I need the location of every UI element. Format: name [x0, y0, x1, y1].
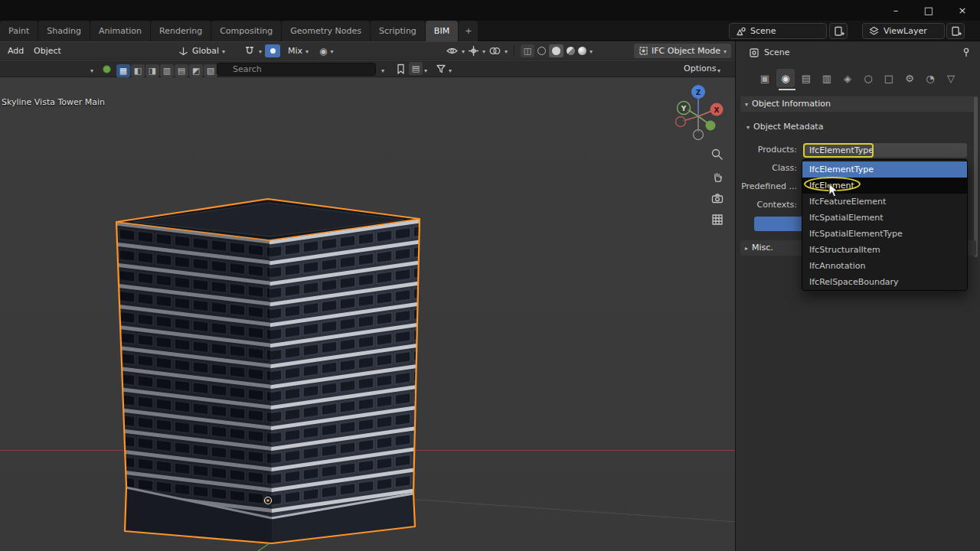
- close-button[interactable]: ×: [951, 0, 974, 21]
- chevron-down-icon[interactable]: [717, 65, 720, 75]
- workspace-tab-shading[interactable]: Shading: [38, 21, 90, 41]
- new-scene-button[interactable]: [829, 23, 848, 39]
- search-input[interactable]: [217, 63, 376, 76]
- building-model[interactable]: [100, 190, 436, 551]
- output-properties-icon[interactable]: ▤: [797, 69, 815, 87]
- add-workspace-button[interactable]: +: [459, 21, 478, 41]
- add-menu[interactable]: Add: [5, 42, 27, 60]
- chevron-down-icon[interactable]: [259, 46, 262, 56]
- y-axis-line: [258, 543, 270, 551]
- pan-hand-icon[interactable]: [710, 170, 724, 184]
- chevron-down-icon[interactable]: [424, 65, 427, 75]
- viewlayer-selector[interactable]: ViewLayer: [862, 23, 945, 39]
- chevron-down-icon[interactable]: [305, 46, 309, 56]
- workspace-tab-bim[interactable]: BIM: [426, 21, 458, 41]
- tool-properties-icon[interactable]: ▣: [756, 69, 774, 87]
- chevron-down-icon[interactable]: [90, 65, 93, 75]
- 3d-viewport[interactable]: Skyline Vista Tower Main: [0, 77, 735, 551]
- scene-properties-icon[interactable]: ◈: [838, 69, 857, 87]
- object-menu[interactable]: Object: [31, 42, 64, 60]
- chevron-down-icon[interactable]: [482, 46, 485, 56]
- gizmo-y-neg-axis[interactable]: [706, 121, 716, 131]
- predefined-label: Predefined ...: [737, 179, 797, 194]
- pin-icon[interactable]: [961, 47, 972, 57]
- viewlayer-properties-icon[interactable]: ▥: [818, 69, 836, 87]
- workspace-tab-rendering[interactable]: Rendering: [151, 21, 211, 41]
- tool-toggle-2[interactable]: ◧: [131, 64, 145, 77]
- dropdown-item-ifcelementtype[interactable]: IfcElementType: [802, 161, 967, 178]
- viewport-header: Add Object Global Mix ◉ ◫: [0, 42, 735, 60]
- workspace-tab-paint[interactable]: Paint: [0, 21, 38, 41]
- tool-toggle-7[interactable]: ▧: [204, 64, 217, 77]
- object-metadata-header[interactable]: ▾Object Metadata: [746, 122, 823, 132]
- grid-line: [413, 499, 734, 522]
- shading-solid-toggle[interactable]: [549, 44, 564, 57]
- physics-properties-icon[interactable]: ◔: [921, 69, 939, 87]
- chevron-down-icon[interactable]: [331, 46, 334, 56]
- tool-toggle-6[interactable]: ◩: [189, 64, 203, 77]
- dropdown-item-ifcelement[interactable]: IfcElement: [802, 178, 967, 194]
- zoom-tool-icon[interactable]: [710, 148, 724, 161]
- proportional-editing-toggle[interactable]: [265, 44, 280, 57]
- gizmo-z-neg-axis[interactable]: [694, 130, 704, 140]
- filter-funnel-icon[interactable]: [435, 63, 447, 75]
- falloff-curve-icon[interactable]: ◉: [319, 46, 327, 57]
- maximize-button[interactable]: □: [917, 0, 940, 21]
- workspace-tab-scripting[interactable]: Scripting: [371, 21, 425, 41]
- workspace-tab-compositing[interactable]: Compositing: [211, 21, 281, 41]
- render-properties-icon[interactable]: ◉: [776, 69, 795, 87]
- shading-material-toggle[interactable]: [567, 47, 575, 55]
- window-titlebar: – □ ×: [0, 0, 980, 21]
- options-menu[interactable]: Options: [684, 60, 716, 77]
- falloff-mode-dropdown[interactable]: Mix: [288, 46, 302, 56]
- object-information-header[interactable]: Object Information: [740, 96, 976, 112]
- shading-rendered-toggle[interactable]: [578, 47, 586, 55]
- minimize-button[interactable]: –: [884, 0, 907, 21]
- chevron-down-icon[interactable]: [381, 65, 384, 75]
- chevron-down-icon[interactable]: [462, 46, 465, 56]
- tool-toggle-1[interactable]: ▦: [116, 64, 130, 77]
- data-properties-icon[interactable]: ▽: [942, 69, 960, 87]
- properties-breadcrumb: Scene: [764, 47, 790, 57]
- camera-view-icon[interactable]: [710, 191, 724, 205]
- dropdown-item-ifcannotation[interactable]: IfcAnnotation: [802, 258, 967, 274]
- chevron-down-icon[interactable]: [222, 46, 225, 56]
- dropdown-item-ifcspatialelement[interactable]: IfcSpatialElement: [802, 210, 967, 226]
- overlays-icon[interactable]: [488, 45, 501, 57]
- modifier-properties-icon[interactable]: ⚙: [900, 69, 919, 87]
- xray-toggle[interactable]: ◫: [521, 44, 534, 57]
- workspace-tab-animation[interactable]: Animation: [90, 21, 150, 41]
- viewport-nav-gizmo[interactable]: Z Y X: [666, 81, 730, 147]
- gizmos-icon[interactable]: [468, 45, 479, 57]
- bookmark-icon[interactable]: [394, 63, 407, 75]
- dropdown-item-ifcrelspaceboundary[interactable]: IfcRelSpaceBoundary: [802, 274, 967, 290]
- scene-selector[interactable]: Scene: [729, 23, 827, 39]
- dropdown-item-ifcfeatureelement[interactable]: IfcFeatureElement: [802, 194, 967, 210]
- panel-scrollbar[interactable]: [974, 96, 978, 257]
- transform-orientation-dropdown[interactable]: Global: [192, 46, 219, 56]
- class-label: Class:: [737, 161, 797, 175]
- shading-wireframe-toggle[interactable]: [537, 47, 546, 55]
- chevron-down-icon[interactable]: [449, 65, 452, 75]
- workspace-tab-geometry-nodes[interactable]: Geometry Nodes: [282, 21, 370, 41]
- dropdown-item-ifcstructuralitem[interactable]: IfcStructuralItem: [802, 242, 967, 258]
- mode-selector[interactable]: IFC Object Mode: [634, 44, 731, 58]
- snap-magnet-icon[interactable]: [243, 45, 256, 57]
- chevron-down-icon[interactable]: [590, 46, 593, 56]
- brush-icon[interactable]: [103, 65, 111, 73]
- viewlayer-icon: [868, 25, 880, 37]
- list-view-icon[interactable]: ▤: [409, 62, 423, 75]
- tool-toggle-4[interactable]: ▥: [160, 64, 174, 77]
- grid-ortho-icon[interactable]: [710, 213, 724, 227]
- new-viewlayer-button[interactable]: [946, 23, 965, 39]
- dropdown-item-ifcspatialelementtype[interactable]: IfcSpatialElementType: [802, 226, 967, 242]
- world-properties-icon[interactable]: ○: [859, 69, 877, 87]
- gizmo-x-neg-axis[interactable]: [676, 117, 686, 127]
- products-value-dropdown[interactable]: IfcElementType: [803, 143, 967, 158]
- tool-settings-bar: ▦ ◧ ◨ ▥ ▤ ◩ ▧ ▤ Options: [0, 60, 735, 77]
- chevron-down-icon[interactable]: [505, 46, 508, 56]
- tool-toggle-5[interactable]: ▤: [175, 64, 188, 77]
- visibility-eye-icon[interactable]: [446, 45, 459, 57]
- tool-toggle-3[interactable]: ◨: [145, 64, 159, 77]
- object-properties-icon[interactable]: □: [880, 69, 898, 87]
